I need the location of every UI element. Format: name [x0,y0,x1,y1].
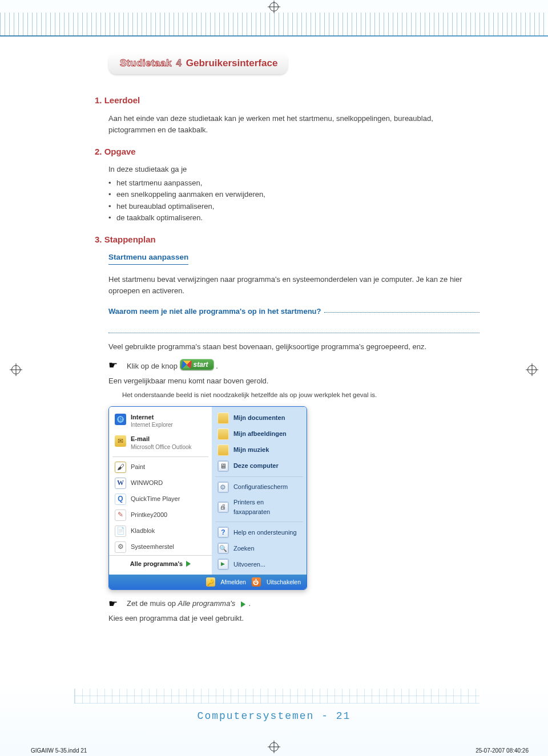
footer-grid-decoration [74,689,480,704]
ie-icon [115,414,126,425]
startmenu-item-systeemherstel[interactable]: Systeemherstel [109,539,212,555]
startmenu-item-search[interactable]: Zoeken [212,540,307,556]
shutdown-label[interactable]: Uitschakelen [267,577,301,587]
startmenu-screenshot: InternetInternet Explorer E-mailMicrosof… [108,406,307,590]
shutdown-icon[interactable]: ⏻ [252,577,261,587]
folder-icon [217,428,229,440]
registration-mark-icon [269,742,279,751]
choose-program-text: Kies een programma dat je veel gebruikt. [108,613,480,624]
list-item: de taakbalk optimaliseren. [116,212,480,224]
subheading-startmenu: Startmenu aanpassen [108,252,188,265]
separator [215,476,303,477]
dotted-line-icon [108,324,480,333]
startmenu-item-internet[interactable]: InternetInternet Explorer [109,410,212,432]
help-icon [217,527,229,538]
control-panel-icon [217,482,229,493]
leerdoel-text: Aan het einde van deze studietaak kan je… [108,113,480,136]
step-row: ☛ Zet de muis op Alle programma's . [108,598,480,609]
answer-help: Veel gebruikte programma's staan best bo… [108,341,480,353]
list-item: een snelkoppeling aanmaken en verwijdere… [116,189,480,200]
startmenu-item-winword[interactable]: WINWORD [109,475,212,491]
indesign-slug-right: 25-07-2007 08:40:26 [476,747,529,754]
heading-opgave: 2. Opgave [95,145,480,158]
arrow-right-icon [186,561,191,567]
chapter-pill: Studietaak 4 Gebruikersinterface [108,52,288,74]
startmenu-footer: 🔑 Afmelden ⏻ Uitschakelen [109,575,307,589]
menu-appears-text: Een vergelijkbaar menu komt naar boven g… [108,375,480,387]
step-text: Zet de muis op Alle programma's . [127,598,251,609]
startmenu-item-control-panel[interactable]: Configuratiescherm [212,479,307,495]
startmenu-item-music[interactable]: Mijn muziek [212,442,307,458]
logoff-icon[interactable]: 🔑 [206,577,215,587]
word-icon [115,478,126,489]
startmenu-item-run[interactable]: Uitvoeren... [212,556,307,572]
step-row: ☛ Klik op de knop start . [108,359,480,372]
pill-title: Gebruikersinterface [186,58,278,68]
pointing-hand-icon: ☛ [108,360,118,370]
startmenu-item-email[interactable]: E-mailMicrosoft Office Outlook [109,432,212,454]
startmenu-item-quicktime[interactable]: QuickTime Player [109,491,212,507]
system-restore-icon [115,541,126,553]
folder-icon [217,413,229,424]
footer-title: Computersystemen - 21 [0,710,548,722]
search-icon [217,543,229,554]
step-text: Klik op de knop start . [127,359,218,372]
startmenu-item-paint[interactable]: Paint [109,459,212,475]
heading-stappenplan: 3. Stappenplan [95,233,480,246]
question-text: Waarom neem je niet alle programma's op … [108,306,321,317]
quicktime-icon [115,494,126,505]
logoff-label[interactable]: Afmelden [221,577,246,587]
note-text: Het onderstaande beeld is niet noodzakel… [122,390,480,401]
pill-prefix: Studietaak [120,58,172,68]
stappenplan-intro: Het startmenu bevat verwijzingen naar pr… [108,274,480,297]
startmenu-item-printers[interactable]: Printers en faxapparaten [212,495,307,519]
list-item: het bureaublad optimaliseren, [116,201,480,212]
startmenu-left-column: InternetInternet Explorer E-mailMicrosof… [109,407,212,575]
separator [215,521,303,522]
run-icon [217,559,229,570]
opgave-intro: In deze studietaak ga je [108,164,480,175]
startmenu-all-programs[interactable]: Alle programma's [109,555,212,572]
question-row: Waarom neem je niet alle programma's op … [108,299,480,317]
pill-number: 4 [176,58,182,68]
indesign-slug-left: GIGAIIW 5-35.indd 21 [31,747,87,754]
startmenu-item-documents[interactable]: Mijn documenten [212,410,307,426]
list-item: het startmenu aanpassen, [116,177,480,189]
opgave-list: het startmenu aanpassen, een snelkoppeli… [108,177,480,224]
arrow-right-icon [241,601,245,607]
startmenu-item-computer[interactable]: Deze computer [212,458,307,474]
notepad-icon [115,525,126,537]
printer-icon [217,502,229,513]
separator [112,456,208,457]
windows-flag-icon [182,361,192,369]
folder-icon [217,444,229,456]
dotted-line-icon [324,307,480,313]
page-content: Studietaak 4 Gebruikersinterface 1. Leer… [0,0,548,625]
printkey-icon [115,510,126,521]
startmenu-right-column: Mijn documenten Mijn afbeeldingen Mijn m… [212,407,307,575]
startmenu-item-printkey[interactable]: Printkey2000 [109,507,212,523]
startmenu-item-pictures[interactable]: Mijn afbeeldingen [212,426,307,442]
paint-icon [115,462,126,473]
computer-icon [217,460,229,472]
start-button[interactable]: start [180,359,214,371]
pointing-hand-icon: ☛ [108,599,118,609]
mail-icon [115,435,126,447]
heading-leerdoel: 1. Leerdoel [95,94,480,107]
startmenu-item-kladblok[interactable]: Kladblok [109,523,212,539]
startmenu-item-help[interactable]: Help en ondersteuning [212,524,307,540]
